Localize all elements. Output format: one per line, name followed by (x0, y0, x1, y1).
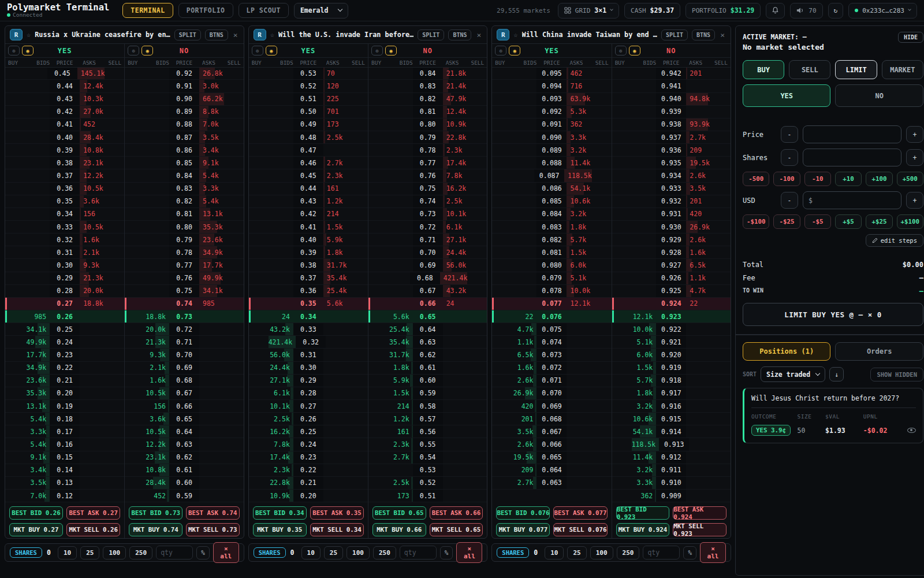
ask-row[interactable]: 0.742.5k (368, 195, 487, 208)
buy-cell[interactable] (612, 183, 632, 195)
ask-row[interactable]: 0.405.9k (249, 234, 368, 246)
best-ask-badge[interactable]: BEST ASK 0.077 (553, 506, 607, 520)
sell-cell[interactable] (711, 464, 731, 476)
bid-row[interactable]: 2140.58 (368, 400, 487, 413)
sell-all-button[interactable]: × all (700, 542, 726, 563)
sell-cell[interactable] (467, 93, 487, 105)
qty-preset-10[interactable]: 10 (545, 546, 564, 560)
buy-cell[interactable] (125, 438, 144, 450)
buy-cell[interactable] (368, 323, 388, 335)
sell-cell[interactable] (105, 400, 124, 412)
tab-portfolio[interactable]: PORTFOLIO (178, 3, 233, 18)
sell-cell[interactable] (348, 451, 368, 464)
sell-cell[interactable] (224, 387, 244, 399)
bid-row[interactable]: 3.3k0.17 (5, 425, 124, 438)
step-minus-10[interactable]: -10 (804, 172, 831, 186)
yes-outcome-button[interactable]: YES (743, 84, 831, 107)
sell-cell[interactable] (467, 451, 487, 464)
ask-row[interactable]: 0.913.0k (125, 80, 243, 92)
sell-cell[interactable] (224, 93, 244, 105)
buy-cell[interactable] (5, 362, 25, 374)
buy-cell[interactable] (492, 413, 512, 425)
buy-cell[interactable] (368, 413, 388, 425)
sell-cell[interactable] (348, 246, 368, 258)
ask-row[interactable]: 0.941 (612, 80, 731, 92)
sell-cell[interactable] (224, 490, 244, 502)
ask-row[interactable]: 0.7024.4k (368, 246, 487, 259)
buy-cell[interactable] (492, 310, 512, 323)
tab-orders[interactable]: Orders (835, 342, 923, 361)
bid-row[interactable]: 5.9k0.60 (368, 375, 487, 387)
sell-cell[interactable] (224, 375, 244, 387)
best-ask-row[interactable]: 0.2718.8k (5, 298, 124, 310)
buy-cell[interactable] (5, 157, 25, 169)
ask-row[interactable]: 0.0893.2k (492, 144, 611, 157)
best-bid-badge[interactable]: BEST BID 0.34 (253, 506, 307, 520)
bid-row[interactable]: 2.1k0.69 (125, 362, 243, 375)
ask-row[interactable]: 0.095462 (492, 68, 611, 80)
sell-cell[interactable] (467, 310, 487, 323)
buy-cell[interactable] (249, 272, 269, 284)
sell-cell[interactable] (711, 362, 731, 374)
buy-cell[interactable] (5, 169, 25, 181)
ask-row[interactable]: 0.08510.6k (492, 195, 611, 208)
split-button[interactable]: SPLIT (418, 29, 444, 40)
ask-row[interactable]: 0.08654.1k (492, 183, 611, 195)
ask-row[interactable]: 0.091362 (492, 118, 611, 131)
sell-cell[interactable] (105, 221, 124, 233)
buy-cell[interactable] (5, 259, 25, 271)
buy-cell[interactable] (368, 362, 388, 374)
sell-cell[interactable] (348, 144, 368, 156)
ask-row[interactable]: 0.939 (612, 106, 731, 118)
close-panel-icon[interactable]: × (719, 31, 726, 39)
sell-cell[interactable] (592, 310, 612, 323)
sell-cell[interactable] (467, 80, 487, 92)
sell-cell[interactable] (592, 272, 612, 284)
buy-cell[interactable] (249, 400, 269, 412)
buy-cell[interactable] (5, 425, 25, 438)
no-outcome-button[interactable]: NO (835, 84, 923, 107)
buy-cell[interactable] (5, 144, 25, 156)
buy-cell[interactable] (492, 195, 512, 208)
sell-cell[interactable] (105, 375, 124, 387)
bid-row[interactable]: 10.5k0.67 (125, 387, 243, 400)
sell-cell[interactable] (467, 68, 487, 79)
ask-row[interactable]: 0.094716 (492, 80, 611, 92)
ask-row[interactable]: 0.887.0k (125, 118, 243, 131)
buy-cell[interactable] (368, 349, 388, 361)
buy-cell[interactable] (125, 477, 144, 489)
bid-row[interactable]: 31.7k0.62 (368, 349, 487, 361)
bid-row[interactable]: 35.3k0.20 (5, 387, 124, 400)
mkt-sell-button[interactable]: MKT SELL 0.73 (186, 523, 240, 536)
bid-row[interactable]: 11.4k0.912 (612, 451, 731, 464)
sell-all-button[interactable]: × all (213, 542, 239, 563)
buy-cell[interactable] (612, 118, 632, 131)
ask-row[interactable]: 0.44161 (249, 183, 368, 195)
ask-row[interactable]: 0.07810.0k (492, 285, 611, 298)
buy-cell[interactable] (125, 221, 144, 233)
sell-cell[interactable] (105, 451, 124, 464)
sell-cell[interactable] (348, 106, 368, 118)
sort-select[interactable]: Size traded (761, 366, 825, 382)
sell-cell[interactable] (105, 106, 124, 118)
sell-cell[interactable] (467, 400, 487, 412)
buy-cell[interactable] (249, 323, 269, 335)
buy-cell[interactable] (125, 208, 144, 220)
sell-cell[interactable] (467, 362, 487, 374)
buy-cell[interactable] (492, 477, 512, 489)
ask-row[interactable]: 0.3823.1k (5, 157, 124, 169)
buy-cell[interactable] (125, 272, 144, 284)
sell-cell[interactable] (592, 400, 612, 412)
sell-cell[interactable] (348, 400, 368, 412)
sell-cell[interactable] (711, 246, 731, 258)
sell-cell[interactable] (592, 118, 612, 131)
sell-cell[interactable] (592, 221, 612, 233)
buy-cell[interactable] (368, 195, 388, 208)
book-pin-toggle-icon[interactable]: ◉ (509, 46, 520, 55)
buy-cell[interactable] (612, 68, 632, 79)
sell-cell[interactable] (105, 387, 124, 399)
btns-button[interactable]: BTNS (692, 29, 715, 40)
buy-cell[interactable] (249, 118, 269, 131)
bid-row[interactable]: 56.0k0.31 (249, 349, 368, 361)
buy-cell[interactable] (5, 285, 25, 297)
